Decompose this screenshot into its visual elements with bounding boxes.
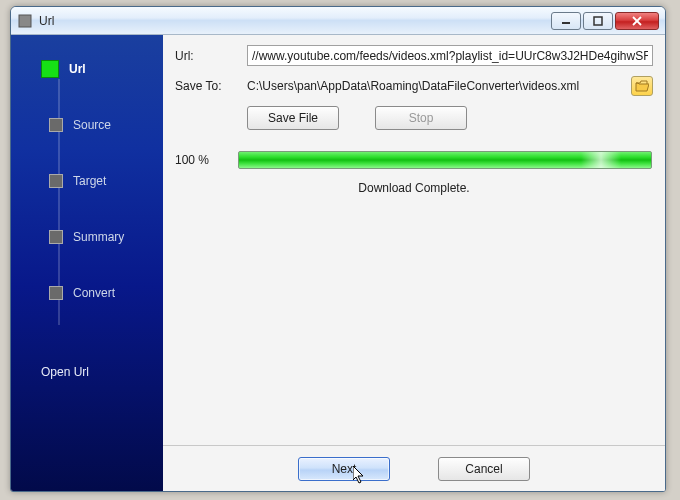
browse-button[interactable]	[631, 76, 653, 96]
title-bar[interactable]: Url	[11, 7, 665, 35]
step-label: Url	[69, 62, 86, 76]
url-form: Url: Save To: C:\Users\pan\AppData\Roami…	[175, 45, 653, 130]
minimize-button[interactable]	[551, 12, 581, 30]
window-body: Url Source Target Summary Convert Open U…	[11, 35, 665, 491]
progress-status: Download Complete.	[175, 181, 653, 195]
svg-rect-2	[594, 17, 602, 25]
step-marker-icon	[49, 286, 63, 300]
step-label: Target	[73, 174, 106, 188]
step-convert[interactable]: Convert	[11, 283, 163, 303]
step-marker-icon	[49, 174, 63, 188]
cancel-button[interactable]: Cancel	[438, 457, 530, 481]
window-buttons	[549, 12, 659, 30]
step-target[interactable]: Target	[11, 171, 163, 191]
step-marker-icon	[41, 60, 59, 78]
step-source[interactable]: Source	[11, 115, 163, 135]
button-label: Next	[332, 462, 357, 476]
url-label: Url:	[175, 49, 247, 63]
progress-area: 100 % Download Complete.	[175, 151, 653, 195]
button-label: Stop	[409, 111, 434, 125]
close-button[interactable]	[615, 12, 659, 30]
step-url[interactable]: Url	[11, 59, 163, 79]
step-summary[interactable]: Summary	[11, 227, 163, 247]
wizard-footer: Next Cancel	[163, 445, 665, 491]
url-input[interactable]	[247, 45, 653, 66]
button-label: Cancel	[465, 462, 502, 476]
next-button[interactable]: Next	[298, 457, 390, 481]
stop-button[interactable]: Stop	[375, 106, 467, 130]
step-marker-icon	[49, 118, 63, 132]
save-to-label: Save To:	[175, 79, 247, 93]
button-label: Save File	[268, 111, 318, 125]
progress-bar	[238, 151, 652, 169]
save-to-path: C:\Users\pan\AppData\Roaming\DataFileCon…	[247, 79, 625, 93]
folder-open-icon	[635, 80, 649, 92]
step-label: Source	[73, 118, 111, 132]
save-file-button[interactable]: Save File	[247, 106, 339, 130]
step-marker-icon	[49, 230, 63, 244]
app-window: Url Url Source	[10, 6, 666, 492]
svg-rect-0	[19, 15, 31, 27]
open-url-label: Open Url	[41, 365, 89, 379]
window-title: Url	[39, 14, 549, 28]
app-icon	[17, 13, 33, 29]
maximize-button[interactable]	[583, 12, 613, 30]
step-label: Convert	[73, 286, 115, 300]
wizard-sidebar: Url Source Target Summary Convert Open U…	[11, 35, 163, 491]
progress-percent: 100 %	[175, 153, 235, 167]
main-panel: Url: Save To: C:\Users\pan\AppData\Roami…	[163, 35, 665, 491]
step-label: Summary	[73, 230, 124, 244]
